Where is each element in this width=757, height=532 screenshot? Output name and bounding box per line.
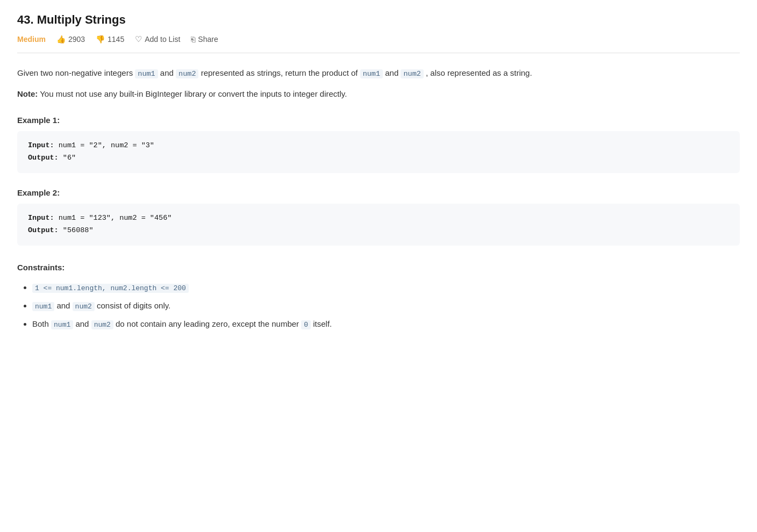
- desc-text-1: Given two non-negative integers: [17, 68, 135, 77]
- num1-ref-2: num1: [360, 69, 383, 78]
- example-1: Example 1: Input: num1 = "2", num2 = "3"…: [17, 116, 740, 173]
- note-label: Note:: [17, 89, 38, 98]
- example-1-title: Example 1:: [17, 116, 740, 125]
- constraint-item-3: Both num1 and num2 do not contain any le…: [32, 316, 740, 332]
- desc-text-4: and: [383, 68, 401, 77]
- num2-ref-2: num2: [401, 69, 423, 78]
- constraint-code-1: 1 <= num1.length, num2.length <= 200: [32, 284, 189, 293]
- constraint-num1-ref-2: num1: [51, 320, 73, 329]
- share-icon: ⎗: [191, 35, 195, 44]
- share-label: Share: [198, 35, 218, 44]
- constraint-text-and: and: [56, 301, 72, 310]
- note-paragraph: Note: You must not use any built-in BigI…: [17, 87, 740, 101]
- add-to-list-label: Add to List: [145, 35, 180, 44]
- downvote-count: 1145: [108, 35, 124, 44]
- thumbs-down-icon: 👎: [96, 35, 105, 44]
- description-paragraph: Given two non-negative integers num1 and…: [17, 66, 740, 81]
- thumbs-up-icon: 👍: [56, 35, 66, 44]
- constraint-itself-text: itself.: [313, 319, 332, 328]
- share-button[interactable]: ⎗ Share: [191, 35, 218, 44]
- num2-ref-1: num2: [176, 69, 198, 78]
- constraints-list: 1 <= num1.length, num2.length <= 200 num…: [17, 279, 740, 332]
- desc-text-3: represented as strings, return the produ…: [198, 68, 360, 77]
- example-2-output-label: Output:: [28, 226, 59, 234]
- example-2-input-label: Input:: [28, 214, 54, 222]
- add-to-list-button[interactable]: Add to List: [135, 34, 180, 44]
- example-2: Example 2: Input: num1 = "123", num2 = "…: [17, 188, 740, 246]
- example-2-title: Example 2:: [17, 188, 740, 197]
- constraint-num1-ref: num1: [32, 302, 54, 311]
- example-2-code: Input: num1 = "123", num2 = "456" Output…: [17, 204, 740, 246]
- example-2-output: Output: "56088": [28, 225, 729, 237]
- example-1-output-label: Output:: [28, 154, 59, 162]
- desc-text-2: and: [158, 68, 176, 77]
- desc-text-5: , also represented as a string.: [424, 68, 532, 77]
- constraints-title: Constraints:: [17, 263, 740, 272]
- example-1-output-value: "6": [63, 154, 76, 162]
- problem-description: Given two non-negative integers num1 and…: [17, 66, 740, 100]
- constraint-num2-ref-2: num2: [91, 320, 113, 329]
- example-2-input: Input: num1 = "123", num2 = "456": [28, 212, 729, 225]
- constraint-item-2: num1 and num2 consist of digits only.: [32, 298, 740, 314]
- example-1-input-value: num1 = "2", num2 = "3": [59, 141, 154, 149]
- constraint-no-leading-zero: do not contain any leading zero, except …: [116, 319, 301, 328]
- constraints-section: Constraints: 1 <= num1.length, num2.leng…: [17, 263, 740, 332]
- upvote-button[interactable]: 👍 2903: [56, 35, 85, 44]
- note-content: You must not use any built-in BigInteger…: [38, 89, 347, 98]
- constraint-both-text: Both: [32, 319, 51, 328]
- constraint-and-text-2: and: [75, 319, 91, 328]
- problem-title: 43. Multiply Strings: [17, 13, 740, 27]
- example-1-input-label: Input:: [28, 141, 54, 149]
- num1-ref-1: num1: [135, 69, 158, 78]
- constraint-text-digits: consist of digits only.: [97, 301, 170, 310]
- constraint-item-1: 1 <= num1.length, num2.length <= 200: [32, 279, 740, 296]
- heart-icon: [135, 34, 142, 44]
- difficulty-badge: Medium: [17, 35, 46, 44]
- example-1-input: Input: num1 = "2", num2 = "3": [28, 140, 729, 152]
- example-1-code: Input: num1 = "2", num2 = "3" Output: "6…: [17, 131, 740, 173]
- downvote-button[interactable]: 👎 1145: [96, 35, 124, 44]
- example-2-output-value: "56088": [63, 226, 94, 234]
- constraint-zero-ref: 0: [301, 320, 311, 329]
- example-2-input-value: num1 = "123", num2 = "456": [59, 214, 172, 222]
- constraint-num2-ref: num2: [73, 302, 95, 311]
- example-1-output: Output: "6": [28, 152, 729, 164]
- upvote-count: 2903: [68, 35, 85, 44]
- meta-bar: Medium 👍 2903 👎 1145 Add to List ⎗ Share: [17, 34, 740, 53]
